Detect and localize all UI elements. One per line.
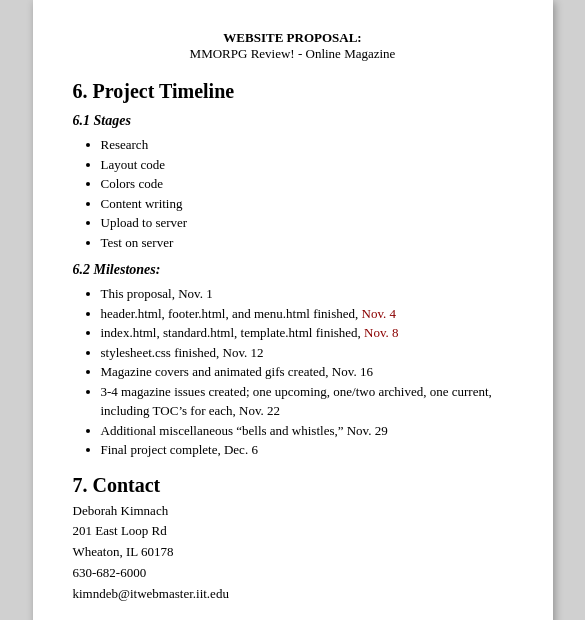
milestone-3: index.html, standard.html, template.html…	[101, 325, 399, 340]
stage-item-1: Research	[101, 137, 149, 152]
stage-item-6: Test on server	[101, 235, 174, 250]
section7-title: 7. Contact	[73, 474, 513, 497]
milestone-1: This proposal, Nov. 1	[101, 286, 213, 301]
stage-item-5: Upload to server	[101, 215, 188, 230]
milestone-7: Additional miscellaneous “bells and whis…	[101, 423, 388, 438]
contact-phone: 630-682-6000	[73, 563, 513, 584]
document-page: WEBSITE PROPOSAL: MMORPG Review! - Onlin…	[33, 0, 553, 620]
list-item: header.html, footer.html, and menu.html …	[101, 304, 513, 324]
milestone-4: stylesheet.css finished, Nov. 12	[101, 345, 264, 360]
stage-item-3: Colors code	[101, 176, 163, 191]
list-item: Research	[101, 135, 513, 155]
list-item: Colors code	[101, 174, 513, 194]
list-item: This proposal, Nov. 1	[101, 284, 513, 304]
list-item: index.html, standard.html, template.html…	[101, 323, 513, 343]
list-item: Final project complete, Dec. 6	[101, 440, 513, 460]
list-item: Test on server	[101, 233, 513, 253]
milestone-2: header.html, footer.html, and menu.html …	[101, 306, 397, 321]
list-item: 3-4 magazine issues created; one upcomin…	[101, 382, 513, 421]
section6-title: 6. Project Timeline	[73, 80, 513, 103]
stage-item-4: Content writing	[101, 196, 183, 211]
milestone-6: 3-4 magazine issues created; one upcomin…	[101, 384, 492, 419]
milestone-5: Magazine covers and animated gifs create…	[101, 364, 373, 379]
header-subtitle: MMORPG Review! - Online Magazine	[73, 46, 513, 62]
stage-item-2: Layout code	[101, 157, 166, 172]
contact-email: kimndeb@itwebmaster.iit.edu	[73, 584, 513, 605]
list-item: Upload to server	[101, 213, 513, 233]
milestones-heading: 6.2 Milestones:	[73, 262, 513, 278]
list-item: stylesheet.css finished, Nov. 12	[101, 343, 513, 363]
list-item: Content writing	[101, 194, 513, 214]
list-item: Magazine covers and animated gifs create…	[101, 362, 513, 382]
section7: 7. Contact Deborah Kimnach 201 East Loop…	[73, 474, 513, 605]
milestone-8: Final project complete, Dec. 6	[101, 442, 258, 457]
contact-name: Deborah Kimnach	[73, 501, 513, 522]
contact-address2: Wheaton, IL 60178	[73, 542, 513, 563]
contact-block: Deborah Kimnach 201 East Loop Rd Wheaton…	[73, 501, 513, 605]
list-item: Layout code	[101, 155, 513, 175]
milestones-list: This proposal, Nov. 1 header.html, foote…	[101, 284, 513, 460]
stages-heading: 6.1 Stages	[73, 113, 513, 129]
milestone-highlight: Nov. 4	[362, 306, 397, 321]
list-item: Additional miscellaneous “bells and whis…	[101, 421, 513, 441]
header-title: WEBSITE PROPOSAL:	[73, 30, 513, 46]
contact-address1: 201 East Loop Rd	[73, 521, 513, 542]
page-header: WEBSITE PROPOSAL: MMORPG Review! - Onlin…	[73, 30, 513, 62]
stages-list: Research Layout code Colors code Content…	[101, 135, 513, 252]
milestone-highlight: Nov. 8	[364, 325, 399, 340]
